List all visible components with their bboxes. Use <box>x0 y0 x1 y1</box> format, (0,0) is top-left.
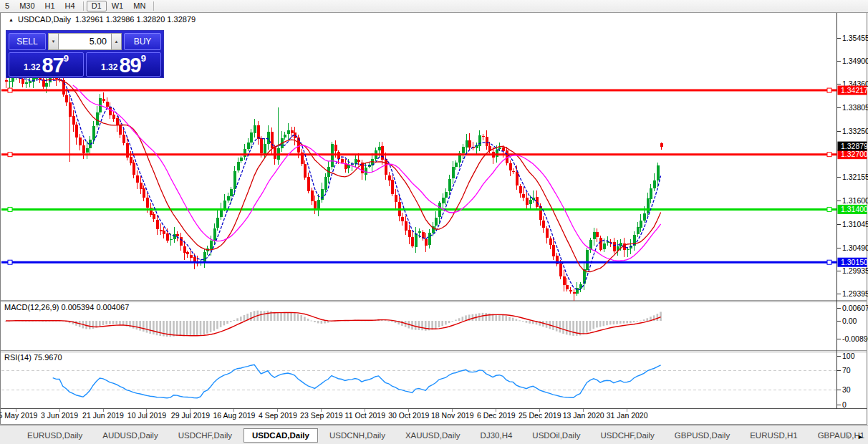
svg-text:-0.008965: -0.008965 <box>842 334 868 343</box>
svg-text:1.32700: 1.32700 <box>841 150 868 158</box>
scroll-right-icon[interactable]: ► <box>857 433 864 440</box>
rsi-label: RSI(14) 75.9670 <box>4 353 62 362</box>
svg-text:10 Jul 2019: 10 Jul 2019 <box>127 411 166 420</box>
timeframe-button-w1[interactable]: W1 <box>107 1 129 11</box>
volume-decrease-button[interactable]: ▼ <box>48 33 59 50</box>
svg-text:23 Sep 2019: 23 Sep 2019 <box>300 411 343 420</box>
arrow-down-icon: ▼ <box>52 39 56 44</box>
chart-tab-usdcnh-daily[interactable]: USDCNH,Daily <box>321 428 394 443</box>
svg-text:1.30150: 1.30150 <box>841 258 868 266</box>
svg-text:1.32879: 1.32879 <box>841 142 868 150</box>
chart-tab-gbpusd-daily[interactable]: GBPUSD,Daily <box>666 428 738 443</box>
svg-text:11 Oct 2019: 11 Oct 2019 <box>345 411 386 420</box>
chart-tab-usdchf-daily[interactable]: USDCHF,Daily <box>170 428 241 443</box>
chart-tab-xauusd-daily[interactable]: XAUUSD,Daily <box>397 428 469 443</box>
volume-increase-button[interactable]: ▲ <box>111 33 122 50</box>
timeframe-button-m30[interactable]: M30 <box>14 1 39 11</box>
svg-text:1.31045: 1.31045 <box>842 220 868 228</box>
chart-tab-audusd-daily[interactable]: AUDUSD,Daily <box>94 428 166 443</box>
chart-tab-usdchf-daily[interactable]: USDCHF,Daily <box>592 428 662 443</box>
candlesticks <box>5 68 663 300</box>
sell-price-display[interactable]: 1.32879 <box>9 52 84 77</box>
timeframe-toolbar: 5M30H1H4D1W1MN <box>0 0 868 13</box>
buy-price-display[interactable]: 1.32899 <box>86 52 161 77</box>
svg-text:30 Oct 2019: 30 Oct 2019 <box>388 411 429 420</box>
svg-text:31 Jan 2020: 31 Jan 2020 <box>607 411 648 420</box>
timeframe-button-h4[interactable]: H4 <box>60 1 80 11</box>
svg-text:15 May 2019: 15 May 2019 <box>0 411 38 420</box>
chart-title: ▲ USDCAD,Daily 1.32961 1.32986 1.32820 1… <box>9 15 196 24</box>
svg-text:100: 100 <box>842 352 855 360</box>
collapse-triangle-icon: ▲ <box>9 16 14 24</box>
timeframe-button-mn[interactable]: MN <box>128 1 150 11</box>
toolbar-separator <box>153 1 154 11</box>
svg-text:1.29935: 1.29935 <box>842 266 868 275</box>
svg-text:0.00: 0.00 <box>842 317 857 325</box>
svg-text:1.33250: 1.33250 <box>842 127 868 135</box>
svg-text:1.30490: 1.30490 <box>842 243 868 252</box>
chart-tab-usdcad-daily[interactable]: USDCAD,Daily <box>243 428 318 443</box>
timeframe-button-h1[interactable]: H1 <box>40 1 60 11</box>
rsi-pane: 10070300 <box>1 352 855 409</box>
svg-text:18 Nov 2019: 18 Nov 2019 <box>431 411 474 420</box>
svg-text:13 Jan 2020: 13 Jan 2020 <box>563 411 604 420</box>
volume-spinner: ▼ 5.00 ▲ <box>48 33 122 50</box>
svg-text:30: 30 <box>842 385 851 394</box>
svg-text:1.34217: 1.34217 <box>841 86 868 95</box>
svg-text:1.35455: 1.35455 <box>842 34 868 42</box>
toolbar-separator <box>83 1 84 11</box>
macd-pane: 0.0060780.00-0.008965 <box>5 304 868 344</box>
arrow-up-icon: ▲ <box>115 39 119 44</box>
svg-text:0.006078: 0.006078 <box>842 304 868 312</box>
svg-text:1.29395: 1.29395 <box>842 289 868 298</box>
macd-label: MACD(12,26,9) 0.005394 0.004067 <box>4 303 129 312</box>
timeframe-button-5[interactable]: 5 <box>0 1 14 11</box>
svg-text:4 Sep 2019: 4 Sep 2019 <box>259 411 297 420</box>
chart-symbol-period: USDCAD,Daily <box>18 15 71 24</box>
price-axis: 1.354551.349001.343601.338051.332501.321… <box>837 34 868 299</box>
tab-scroll-arrows: ◄ ► <box>844 433 864 440</box>
svg-text:16 Aug 2019: 16 Aug 2019 <box>213 411 255 420</box>
chart-tab-bar: EURUSD,DailyAUDUSD,DailyUSDCHF,DailyUSDC… <box>0 425 868 444</box>
svg-text:1.34900: 1.34900 <box>842 57 868 65</box>
chart-tab-eurusd-h1[interactable]: EURUSD,H1 <box>741 428 806 443</box>
svg-text:25 Dec 2019: 25 Dec 2019 <box>519 411 561 420</box>
svg-text:29 Jul 2019: 29 Jul 2019 <box>171 411 210 420</box>
horizontal-level-lines <box>1 88 837 264</box>
svg-text:1.33805: 1.33805 <box>842 103 868 112</box>
one-click-trading-panel: SELL ▼ 5.00 ▲ BUY 1.32879 1.32899 <box>6 30 164 78</box>
svg-text:0: 0 <box>842 400 847 409</box>
svg-text:1.31400: 1.31400 <box>841 205 868 213</box>
chart-tab-eurusd-daily[interactable]: EURUSD,Daily <box>19 428 91 443</box>
timeframe-button-d1[interactable]: D1 <box>87 1 107 11</box>
chart-tab-dj30-h4[interactable]: DJ30,H4 <box>472 428 521 443</box>
moving-averages <box>19 78 661 289</box>
buy-button[interactable]: BUY <box>124 33 161 50</box>
chart-ohlc-values: 1.32961 1.32986 1.32820 1.32879 <box>75 15 196 24</box>
date-axis: 15 May 20193 Jun 201921 Jun 201910 Jul 2… <box>0 409 648 420</box>
svg-text:6 Dec 2019: 6 Dec 2019 <box>477 411 516 420</box>
svg-text:1.32155: 1.32155 <box>842 173 868 181</box>
volume-input[interactable]: 5.00 <box>59 33 111 50</box>
svg-text:1.31600: 1.31600 <box>842 196 868 205</box>
scroll-left-icon[interactable]: ◄ <box>844 433 850 440</box>
svg-text:70: 70 <box>842 366 851 375</box>
sell-button[interactable]: SELL <box>9 33 46 50</box>
svg-text:21 Jun 2019: 21 Jun 2019 <box>82 411 124 420</box>
chart-tab-usdoil-daily[interactable]: USDOil,Daily <box>524 428 589 443</box>
svg-text:3 Jun 2019: 3 Jun 2019 <box>41 411 78 420</box>
